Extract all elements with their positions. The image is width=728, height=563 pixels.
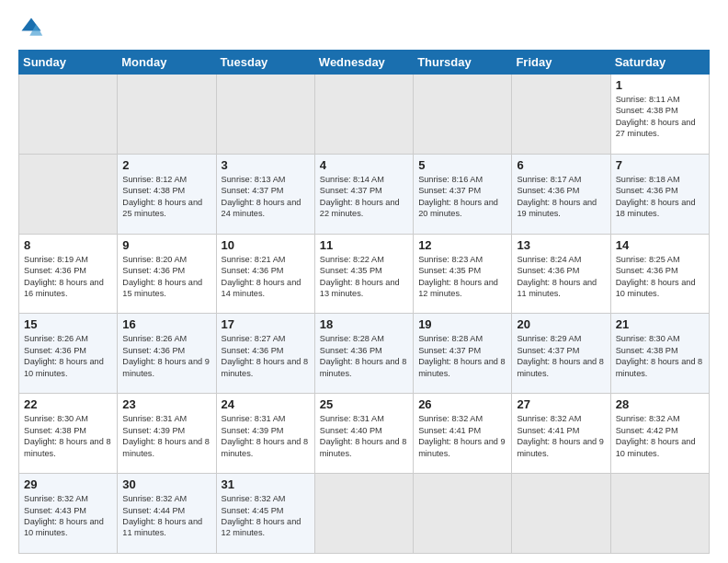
day-number: 19 (418, 317, 506, 331)
calendar-week-2: 2Sunrise: 8:12 AMSunset: 4:38 PMDaylight… (19, 154, 710, 234)
calendar-cell: 29Sunrise: 8:32 AMSunset: 4:43 PMDayligh… (19, 474, 118, 554)
calendar-cell (414, 474, 512, 554)
day-info: Sunrise: 8:19 AMSunset: 4:36 PMDaylight:… (24, 254, 112, 300)
day-info: Sunrise: 8:30 AMSunset: 4:38 PMDaylight:… (616, 333, 704, 379)
day-info: Sunrise: 8:12 AMSunset: 4:38 PMDaylight:… (122, 174, 210, 220)
calendar-cell: 22Sunrise: 8:30 AMSunset: 4:38 PMDayligh… (19, 394, 118, 474)
day-number: 22 (24, 397, 112, 411)
day-info: Sunrise: 8:22 AMSunset: 4:35 PMDaylight:… (320, 254, 408, 300)
day-number: 15 (24, 317, 112, 331)
calendar-table: SundayMondayTuesdayWednesdayThursdayFrid… (18, 50, 710, 554)
day-number: 4 (320, 158, 408, 172)
calendar-cell: 5Sunrise: 8:16 AMSunset: 4:37 PMDaylight… (414, 154, 512, 234)
calendar-cell: 17Sunrise: 8:27 AMSunset: 4:36 PMDayligh… (216, 314, 314, 394)
day-number: 29 (24, 477, 112, 491)
day-info: Sunrise: 8:30 AMSunset: 4:38 PMDaylight:… (24, 413, 112, 459)
day-number: 12 (418, 238, 506, 252)
calendar-cell: 3Sunrise: 8:13 AMSunset: 4:37 PMDaylight… (216, 154, 314, 234)
day-info: Sunrise: 8:28 AMSunset: 4:37 PMDaylight:… (418, 333, 506, 379)
day-info: Sunrise: 8:18 AMSunset: 4:36 PMDaylight:… (616, 174, 704, 220)
day-number: 27 (517, 397, 605, 411)
logo-icon (18, 15, 44, 40)
day-info: Sunrise: 8:31 AMSunset: 4:39 PMDaylight:… (222, 413, 310, 459)
calendar-cell (216, 75, 314, 155)
day-info: Sunrise: 8:21 AMSunset: 4:36 PMDaylight:… (222, 254, 310, 300)
day-info: Sunrise: 8:25 AMSunset: 4:36 PMDaylight:… (616, 254, 704, 300)
calendar-cell: 25Sunrise: 8:31 AMSunset: 4:40 PMDayligh… (314, 394, 413, 474)
day-info: Sunrise: 8:31 AMSunset: 4:39 PMDaylight:… (122, 413, 210, 459)
day-info: Sunrise: 8:31 AMSunset: 4:40 PMDaylight:… (320, 413, 408, 459)
calendar-week-5: 22Sunrise: 8:30 AMSunset: 4:38 PMDayligh… (19, 394, 710, 474)
calendar-cell: 15Sunrise: 8:26 AMSunset: 4:36 PMDayligh… (19, 314, 118, 394)
day-info: Sunrise: 8:29 AMSunset: 4:37 PMDaylight:… (517, 333, 605, 379)
day-number: 8 (24, 238, 112, 252)
header (18, 15, 710, 40)
day-number: 2 (122, 158, 210, 172)
calendar-cell: 2Sunrise: 8:12 AMSunset: 4:38 PMDaylight… (118, 154, 216, 234)
calendar-cell (512, 75, 610, 155)
logo (18, 15, 48, 40)
day-info: Sunrise: 8:20 AMSunset: 4:36 PMDaylight:… (122, 254, 210, 300)
calendar-cell (610, 474, 709, 554)
day-number: 14 (616, 238, 704, 252)
calendar-cell: 6Sunrise: 8:17 AMSunset: 4:36 PMDaylight… (512, 154, 610, 234)
day-number: 23 (122, 397, 210, 411)
col-header-thursday: Thursday (414, 51, 512, 75)
calendar-cell: 19Sunrise: 8:28 AMSunset: 4:37 PMDayligh… (414, 314, 512, 394)
day-info: Sunrise: 8:26 AMSunset: 4:36 PMDaylight:… (122, 333, 210, 379)
day-number: 20 (517, 317, 605, 331)
calendar-week-6: 29Sunrise: 8:32 AMSunset: 4:43 PMDayligh… (19, 474, 710, 554)
calendar-cell: 1Sunrise: 8:11 AMSunset: 4:38 PMDaylight… (610, 75, 709, 155)
calendar-cell (19, 154, 118, 234)
day-number: 6 (517, 158, 605, 172)
calendar-cell: 26Sunrise: 8:32 AMSunset: 4:41 PMDayligh… (414, 394, 512, 474)
calendar-cell: 9Sunrise: 8:20 AMSunset: 4:36 PMDaylight… (118, 234, 216, 314)
day-number: 13 (517, 238, 605, 252)
calendar-cell: 16Sunrise: 8:26 AMSunset: 4:36 PMDayligh… (118, 314, 216, 394)
calendar-cell: 31Sunrise: 8:32 AMSunset: 4:45 PMDayligh… (216, 474, 314, 554)
calendar-cell: 7Sunrise: 8:18 AMSunset: 4:36 PMDaylight… (610, 154, 709, 234)
day-number: 10 (222, 238, 310, 252)
calendar-cell: 14Sunrise: 8:25 AMSunset: 4:36 PMDayligh… (610, 234, 709, 314)
day-number: 3 (222, 158, 310, 172)
day-info: Sunrise: 8:32 AMSunset: 4:41 PMDaylight:… (517, 413, 605, 459)
day-info: Sunrise: 8:24 AMSunset: 4:36 PMDaylight:… (517, 254, 605, 300)
day-info: Sunrise: 8:32 AMSunset: 4:41 PMDaylight:… (418, 413, 506, 459)
day-info: Sunrise: 8:16 AMSunset: 4:37 PMDaylight:… (418, 174, 506, 220)
col-header-saturday: Saturday (610, 51, 709, 75)
day-number: 26 (418, 397, 506, 411)
day-info: Sunrise: 8:17 AMSunset: 4:36 PMDaylight:… (517, 174, 605, 220)
day-info: Sunrise: 8:28 AMSunset: 4:36 PMDaylight:… (320, 333, 408, 379)
calendar-header-row: SundayMondayTuesdayWednesdayThursdayFrid… (19, 51, 710, 75)
day-info: Sunrise: 8:13 AMSunset: 4:37 PMDaylight:… (222, 174, 310, 220)
calendar-cell: 24Sunrise: 8:31 AMSunset: 4:39 PMDayligh… (216, 394, 314, 474)
calendar-cell: 30Sunrise: 8:32 AMSunset: 4:44 PMDayligh… (118, 474, 216, 554)
calendar-cell (19, 75, 118, 155)
calendar-cell: 13Sunrise: 8:24 AMSunset: 4:36 PMDayligh… (512, 234, 610, 314)
calendar-cell (314, 474, 413, 554)
day-number: 7 (616, 158, 704, 172)
calendar-week-4: 15Sunrise: 8:26 AMSunset: 4:36 PMDayligh… (19, 314, 710, 394)
calendar-cell: 12Sunrise: 8:23 AMSunset: 4:35 PMDayligh… (414, 234, 512, 314)
day-number: 28 (616, 397, 704, 411)
calendar-cell: 4Sunrise: 8:14 AMSunset: 4:37 PMDaylight… (314, 154, 413, 234)
calendar-cell: 18Sunrise: 8:28 AMSunset: 4:36 PMDayligh… (314, 314, 413, 394)
day-info: Sunrise: 8:11 AMSunset: 4:38 PMDaylight:… (616, 94, 704, 140)
day-info: Sunrise: 8:23 AMSunset: 4:35 PMDaylight:… (418, 254, 506, 300)
col-header-wednesday: Wednesday (314, 51, 413, 75)
day-number: 18 (320, 317, 408, 331)
calendar-cell: 11Sunrise: 8:22 AMSunset: 4:35 PMDayligh… (314, 234, 413, 314)
day-info: Sunrise: 8:27 AMSunset: 4:36 PMDaylight:… (222, 333, 310, 379)
calendar-cell: 8Sunrise: 8:19 AMSunset: 4:36 PMDaylight… (19, 234, 118, 314)
calendar-cell: 10Sunrise: 8:21 AMSunset: 4:36 PMDayligh… (216, 234, 314, 314)
day-info: Sunrise: 8:32 AMSunset: 4:44 PMDaylight:… (122, 493, 210, 539)
calendar-cell: 27Sunrise: 8:32 AMSunset: 4:41 PMDayligh… (512, 394, 610, 474)
day-number: 1 (616, 78, 704, 92)
calendar-cell (512, 474, 610, 554)
calendar-cell: 21Sunrise: 8:30 AMSunset: 4:38 PMDayligh… (610, 314, 709, 394)
day-info: Sunrise: 8:14 AMSunset: 4:37 PMDaylight:… (320, 174, 408, 220)
day-number: 11 (320, 238, 408, 252)
day-number: 30 (122, 477, 210, 491)
day-number: 25 (320, 397, 408, 411)
page: SundayMondayTuesdayWednesdayThursdayFrid… (0, 0, 728, 563)
